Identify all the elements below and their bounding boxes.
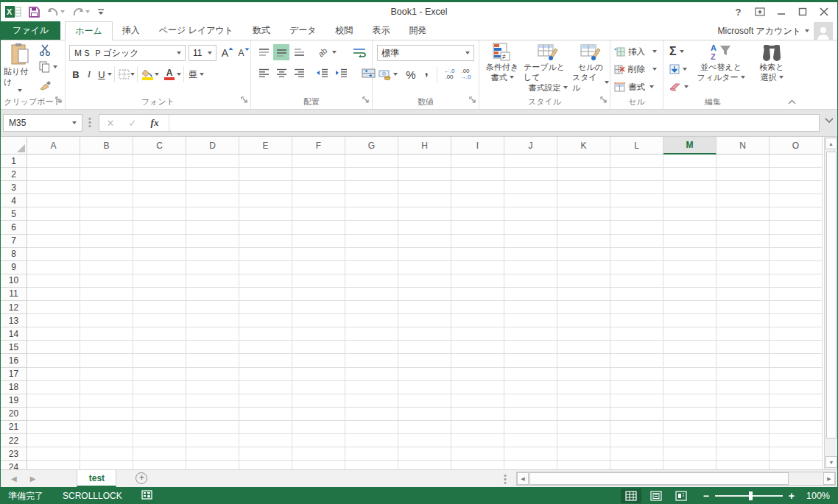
cell-b14[interactable]	[80, 327, 133, 341]
cell-j1[interactable]	[504, 155, 557, 168]
cell-j19[interactable]	[504, 394, 557, 408]
cell-j10[interactable]	[504, 274, 557, 288]
cell-e3[interactable]	[239, 181, 292, 194]
number-format-combo[interactable]: 標準	[377, 45, 474, 61]
find-select-button[interactable]: 検索と 選択	[749, 43, 795, 82]
cell-n2[interactable]	[716, 168, 770, 181]
bold-button[interactable]: B	[69, 69, 82, 80]
cell-a2[interactable]	[27, 168, 80, 181]
cell-m17[interactable]	[663, 368, 716, 381]
macro-record-icon[interactable]	[141, 490, 152, 502]
borders-dropdown-arrow-icon[interactable]	[130, 73, 135, 76]
row-header-17[interactable]: 17	[1, 368, 27, 381]
cell-n15[interactable]	[716, 341, 770, 354]
cell-b12[interactable]	[80, 301, 133, 314]
font-size-combo[interactable]: 11	[189, 45, 216, 61]
align-middle-button[interactable]	[273, 44, 289, 60]
cell-f5[interactable]	[292, 207, 345, 221]
cell-a5[interactable]	[27, 207, 80, 221]
cell-m4[interactable]	[663, 194, 716, 207]
conditional-formatting-button[interactable]: ≠ 条件付き 書式	[481, 43, 524, 82]
cell-n20[interactable]	[716, 408, 770, 421]
row-header-12[interactable]: 12	[1, 301, 27, 314]
cell-a24[interactable]	[27, 461, 80, 469]
cell-j11[interactable]	[504, 288, 557, 301]
cell-g10[interactable]	[345, 274, 398, 288]
cell-b13[interactable]	[80, 314, 133, 327]
cell-d15[interactable]	[186, 341, 239, 354]
cell-i18[interactable]	[451, 381, 504, 394]
tab-review[interactable]: 校閲	[326, 21, 363, 40]
cell-d1[interactable]	[186, 155, 239, 168]
cell-b16[interactable]	[80, 354, 133, 367]
cell-a19[interactable]	[27, 394, 80, 408]
align-top-button[interactable]	[256, 44, 272, 60]
fill-color-dropdown-arrow-icon[interactable]	[155, 73, 159, 76]
cell-i19[interactable]	[451, 394, 504, 408]
cell-g6[interactable]	[345, 221, 398, 234]
cell-e1[interactable]	[239, 155, 292, 168]
row-header-21[interactable]: 21	[1, 421, 27, 434]
page-break-preview-button[interactable]	[671, 489, 691, 503]
cell-j21[interactable]	[504, 421, 557, 434]
cell-b22[interactable]	[80, 434, 133, 447]
cell-f8[interactable]	[292, 248, 345, 261]
cell-k9[interactable]	[557, 261, 610, 274]
cell-e13[interactable]	[239, 314, 292, 327]
cell-m24[interactable]	[663, 461, 716, 469]
cell-m2[interactable]	[663, 168, 716, 181]
cell-a17[interactable]	[27, 368, 80, 381]
cell-e4[interactable]	[239, 194, 292, 207]
cell-h16[interactable]	[398, 354, 451, 367]
scroll-down-button[interactable]: ▼	[825, 456, 837, 468]
align-left-button[interactable]	[256, 65, 272, 81]
percent-style-button[interactable]: %	[402, 68, 420, 81]
accounting-format-button[interactable]	[377, 69, 393, 80]
cell-d12[interactable]	[186, 301, 239, 314]
prev-sheet-button[interactable]: ◀	[11, 475, 17, 483]
cell-b5[interactable]	[80, 207, 133, 221]
decrease-indent-button[interactable]	[313, 65, 331, 81]
cell-n7[interactable]	[716, 235, 770, 248]
horizontal-scroll-thumb[interactable]	[529, 472, 789, 485]
cell-j15[interactable]	[504, 341, 557, 354]
cell-c6[interactable]	[133, 221, 186, 234]
column-header-b[interactable]: B	[80, 137, 133, 155]
underline-button[interactable]: U	[96, 69, 108, 80]
cell-c21[interactable]	[133, 421, 186, 434]
cell-b2[interactable]	[80, 168, 133, 181]
cell-k1[interactable]	[557, 155, 610, 168]
cell-o12[interactable]	[770, 301, 823, 314]
column-header-a[interactable]: A	[27, 137, 80, 155]
cell-n11[interactable]	[716, 288, 770, 301]
cell-c8[interactable]	[133, 248, 186, 261]
account-avatar[interactable]	[814, 22, 833, 40]
cell-m3[interactable]	[663, 181, 716, 194]
help-button[interactable]: ?	[728, 4, 749, 20]
cell-g4[interactable]	[345, 194, 398, 207]
cell-c23[interactable]	[133, 447, 186, 461]
autosum-button[interactable]: Σ	[669, 43, 684, 60]
row-header-20[interactable]: 20	[1, 408, 27, 421]
cell-f19[interactable]	[292, 394, 345, 408]
cell-e15[interactable]	[239, 341, 292, 354]
cell-k5[interactable]	[557, 207, 610, 221]
insert-function-button[interactable]: fx	[144, 117, 166, 129]
tab-home[interactable]: ホーム	[65, 21, 113, 40]
cell-m6[interactable]	[663, 221, 716, 234]
cell-d5[interactable]	[186, 207, 239, 221]
cell-a1[interactable]	[27, 155, 80, 168]
cell-d19[interactable]	[186, 394, 239, 408]
cell-e14[interactable]	[239, 327, 292, 341]
increase-indent-button[interactable]	[332, 65, 350, 81]
cell-m14[interactable]	[663, 327, 716, 341]
cell-g18[interactable]	[345, 381, 398, 394]
cell-o23[interactable]	[770, 447, 823, 461]
cell-k20[interactable]	[557, 408, 610, 421]
cell-m16[interactable]	[663, 354, 716, 367]
cell-h1[interactable]	[398, 155, 451, 168]
excel-app-icon[interactable]: X	[5, 5, 21, 18]
cell-g9[interactable]	[345, 261, 398, 274]
phonetic-dropdown-arrow-icon[interactable]	[200, 73, 204, 76]
cell-h10[interactable]	[398, 274, 451, 288]
